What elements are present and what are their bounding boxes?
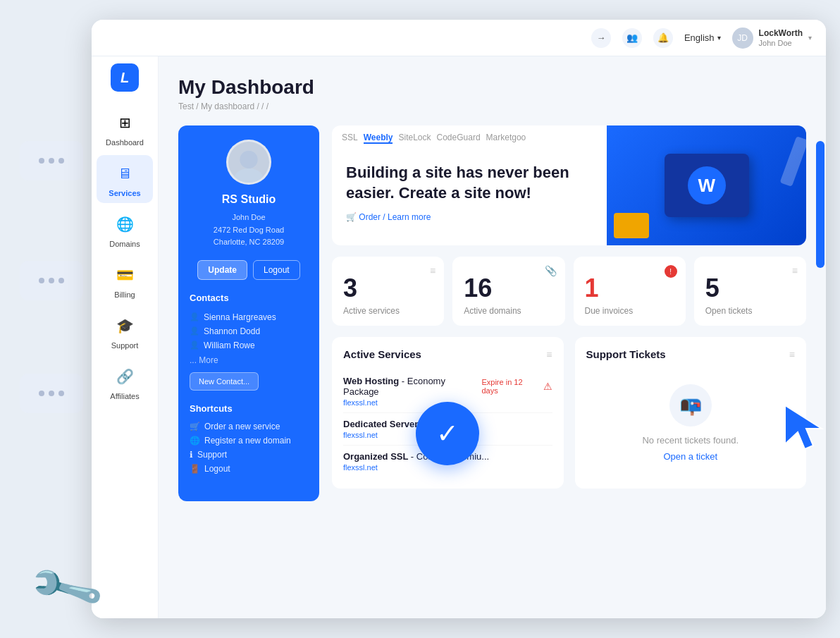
profile-address2: Charlotte, NC 28209: [214, 236, 284, 249]
sidebar-label-dashboard: Dashboard: [106, 138, 144, 147]
person-icon: 👤: [190, 326, 199, 336]
panel-menu-services[interactable]: ≡: [546, 349, 552, 360]
support-empty-text: No recent tickets found.: [642, 435, 739, 446]
decorative-bar: [816, 141, 824, 268]
right-column: SSL Weebly SiteLock CodeGuard Marketgoo …: [332, 125, 806, 489]
panel-title-services: Active Services: [343, 348, 421, 360]
contact-item[interactable]: 👤 Sienna Hargreaves: [190, 310, 308, 324]
weebly-logo: W: [688, 166, 726, 204]
decorative-block: [614, 213, 649, 238]
check-overlay: ✓: [416, 402, 479, 465]
contact-name: William Rowe: [204, 341, 255, 350]
tab-weebly[interactable]: Weebly: [364, 133, 393, 144]
stat-menu-icon[interactable]: ≡: [430, 265, 436, 276]
profile-address1: 2472 Red Dog Road: [214, 224, 284, 237]
sidebar-item-affiliates[interactable]: 🔗 Affiliates: [97, 358, 153, 406]
shortcuts-section: Shortcuts 🛒 Order a new service 🌐 Regist…: [190, 403, 308, 476]
billing-icon: 💳: [112, 262, 137, 288]
sidebar-item-dashboard[interactable]: ⊞ Dashboard: [97, 104, 153, 152]
sidebar-item-billing[interactable]: 💳 Billing: [97, 257, 153, 305]
stat-active-services: ≡ 3 Active services: [332, 257, 444, 326]
stat-label-invoices: Due invoices: [585, 306, 674, 316]
profile-card: RS Studio John Doe 2472 Red Dog Road Cha…: [178, 125, 319, 501]
tab-ssl[interactable]: SSL: [342, 133, 358, 144]
float-dot: [58, 278, 64, 283]
stat-label-tickets: Open tickets: [705, 306, 795, 316]
contact-item[interactable]: 👤 William Rowe: [190, 338, 308, 352]
stat-clip-icon[interactable]: 📎: [545, 265, 557, 276]
sidebar-item-support[interactable]: 🎓 Support: [97, 307, 153, 355]
contact-item[interactable]: 👤 Shannon Dodd: [190, 324, 308, 338]
person-icon: 👤: [190, 312, 199, 321]
open-ticket-link[interactable]: Open a ticket: [663, 451, 717, 462]
stat-label-domains: Active domains: [464, 306, 553, 316]
shortcut-support[interactable]: ℹ Support: [190, 448, 308, 462]
float-dot: [49, 158, 54, 164]
affiliates-icon: 🔗: [112, 364, 137, 389]
stat-due-invoices: ! 1 Due invoices: [574, 257, 686, 326]
float-dot: [39, 391, 44, 396]
shortcut-logout[interactable]: 🚪 Logout: [190, 462, 308, 476]
sidebar-label-billing: Billing: [114, 290, 135, 299]
person-icon: 👤: [190, 341, 199, 350]
float-dot: [49, 391, 54, 396]
sidebar-label-domains: Domains: [109, 240, 140, 248]
users-icon[interactable]: 👥: [622, 28, 642, 48]
logo[interactable]: L: [111, 63, 139, 92]
sidebar-item-services[interactable]: 🖥 Services: [97, 155, 153, 203]
avatar: JD: [732, 27, 753, 49]
float-card-1: [20, 141, 83, 180]
globe-icon: 🌐: [190, 436, 200, 446]
new-contact-button[interactable]: New Contact...: [190, 372, 259, 391]
sidebar-item-domains[interactable]: 🌐 Domains: [97, 206, 153, 254]
promo-tabs: SSL Weebly SiteLock CodeGuard Marketgoo: [342, 133, 526, 144]
contacts-section: Contacts 👤 Sienna Hargreaves 👤 Shannon D…: [190, 293, 308, 391]
support-empty-state: 📭 No recent tickets found. Open a ticket: [586, 370, 796, 476]
logout-button[interactable]: Logout: [253, 260, 300, 280]
chevron-down-icon: ▾: [808, 34, 812, 42]
page-title: My Dashboard: [178, 76, 806, 99]
stat-active-domains: 📎 16 Active domains: [452, 257, 564, 326]
checkmark-icon: ✓: [436, 418, 459, 449]
contact-name: Sienna Hargreaves: [204, 312, 276, 322]
language-label: English: [684, 32, 715, 43]
arrow-icon[interactable]: →: [591, 28, 611, 48]
profile-user: John Doe: [232, 211, 265, 224]
shortcut-order[interactable]: 🛒 Order a new service: [190, 419, 308, 434]
tab-sitelock[interactable]: SiteLock: [398, 133, 431, 144]
stat-menu-tickets-icon[interactable]: ≡: [792, 265, 798, 276]
promo-headline: Building a site has never been easier. C…: [346, 163, 579, 203]
stat-open-tickets: ≡ 5 Open tickets: [694, 257, 806, 326]
panel-header-support: Support Tickets ≡: [586, 348, 796, 360]
breadcrumb: Test / My dashboard / / /: [178, 102, 806, 111]
empty-box-icon: 📭: [669, 384, 712, 427]
stat-number-services: 3: [343, 274, 433, 303]
sidebar-label-support: Support: [111, 341, 139, 350]
panel-menu-support[interactable]: ≡: [789, 349, 795, 360]
shortcut-domain[interactable]: 🌐 Register a new domain: [190, 434, 308, 448]
content-area: My Dashboard Test / My dashboard / / / R…: [159, 56, 826, 618]
float-dot: [39, 278, 44, 283]
tab-marketgoo[interactable]: Marketgoo: [486, 133, 526, 144]
more-contacts-btn[interactable]: ... More: [190, 355, 308, 365]
promo-order-link[interactable]: 🛒 Order / Learn more: [346, 212, 579, 222]
user-menu[interactable]: JD LockWorth John Doe ▾: [732, 27, 812, 49]
cart-icon-small: 🛒: [346, 212, 357, 222]
language-selector[interactable]: English ▾: [684, 32, 721, 43]
profile-avatar: [226, 140, 271, 185]
float-dot: [58, 158, 64, 164]
panel-title-support: Support Tickets: [586, 348, 666, 360]
update-button[interactable]: Update: [197, 260, 247, 280]
decorative-stripe: [780, 136, 806, 187]
float-card-3: [20, 374, 83, 413]
user-subtitle: John Doe: [759, 39, 803, 47]
bell-icon[interactable]: 🔔: [653, 28, 673, 48]
tab-codeguard[interactable]: CodeGuard: [437, 133, 481, 144]
shortcut-label: Support: [197, 450, 227, 460]
float-dot: [49, 278, 54, 283]
promo-visual: W: [607, 125, 806, 245]
warning-icon: ⚠: [543, 381, 552, 392]
shortcut-label: Order a new service: [204, 422, 280, 431]
main-layout: L ⊞ Dashboard 🖥 Services 🌐 Domains 💳 Bil…: [92, 56, 826, 618]
bottom-panels: Active Services ≡ Web Hosting - Economy …: [332, 337, 806, 489]
